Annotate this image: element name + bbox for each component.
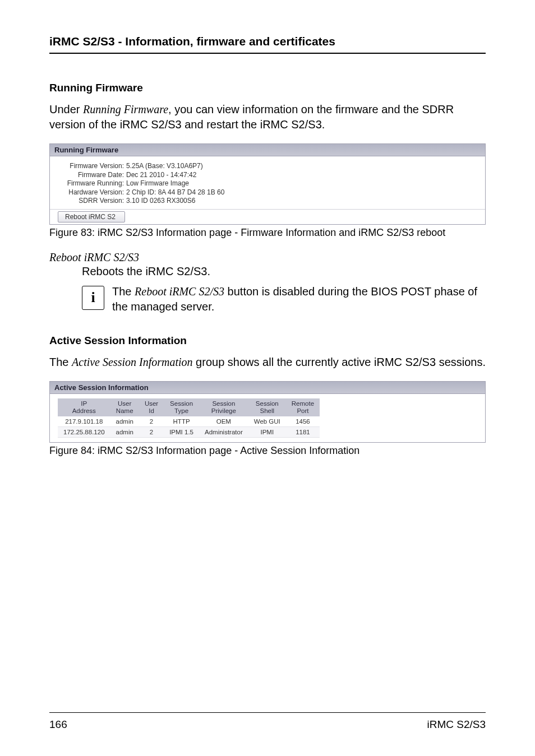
col-user-name: UserName [110, 398, 139, 416]
hardware-version-row: Hardware Version: 2 Chip ID: 8A 44 B7 D4… [59, 188, 482, 197]
field-value: 3.10 ID 0263 RX300S6 [126, 197, 195, 206]
cell-session-type: IPMI 1.5 [164, 427, 199, 438]
figure-84-caption: Figure 84: iRMC S2/S3 Information page -… [49, 445, 486, 457]
firmware-date-row: Firmware Date: Dec 21 2010 - 14:47:42 [59, 171, 482, 180]
firmware-running-row: Firmware Running: Low Firmware Image [59, 179, 482, 188]
figure-83-caption: Figure 83: iRMC S2/S3 Information page -… [49, 227, 486, 239]
sdrr-version-row: SDRR Version: 3.10 ID 0263 RX300S6 [59, 197, 482, 206]
info-glyph: i [91, 290, 95, 305]
text-fragment: Under [49, 103, 83, 115]
section-heading-active-session: Active Session Information [49, 335, 486, 347]
col-ip-address: IPAddress [58, 398, 110, 416]
running-firmware-panel: Running Firmware Firmware Version: 5.25A… [49, 143, 486, 225]
cell-user-id: 2 [139, 427, 164, 438]
table-header-row: IPAddress UserName UserId SessionType Se… [58, 398, 320, 416]
active-session-table: IPAddress UserName UserId SessionType Se… [58, 398, 320, 438]
table-row: 172.25.88.120 admin 2 IPMI 1.5 Administr… [58, 427, 320, 438]
running-firmware-panel-title: Running Firmware [50, 144, 485, 156]
reboot-definition: Reboots the iRMC S2/S3. [82, 264, 486, 279]
firmware-version-row: Firmware Version: 5.25A (Base: V3.10A6P7… [59, 162, 482, 171]
cell-user-id: 2 [139, 416, 164, 427]
cell-session-shell: IPMI [248, 427, 286, 438]
field-label: SDRR Version: [59, 197, 126, 206]
active-session-intro: The Active Session Information group sho… [49, 355, 486, 370]
cell-remote-port: 1456 [286, 416, 320, 427]
text-italic: Running Firmware [83, 103, 168, 115]
col-remote-port: RemotePort [286, 398, 320, 416]
page-number: 166 [49, 718, 67, 731]
cell-remote-port: 1181 [286, 427, 320, 438]
field-label: Hardware Version: [59, 188, 126, 197]
info-icon: i [82, 286, 104, 310]
field-value: 5.25A (Base: V3.10A6P7) [126, 162, 203, 171]
running-firmware-button-row: Reboot iRMC S2 [50, 209, 485, 224]
col-user-id: UserId [139, 398, 164, 416]
cell-user-name: admin [110, 416, 139, 427]
active-session-panel-body: IPAddress UserName UserId SessionType Se… [50, 394, 485, 442]
text-fragment: group shows all the currently active iRM… [193, 356, 486, 368]
cell-session-privilege: OEM [199, 416, 248, 427]
running-firmware-panel-body: Firmware Version: 5.25A (Base: V3.10A6P7… [50, 156, 485, 209]
reboot-irmc-button[interactable]: Reboot iRMC S2 [58, 211, 125, 222]
footer-product: iRMC S2/S3 [427, 718, 486, 731]
reboot-term: Reboot iRMC S2/S3 [49, 251, 486, 264]
text-italic: Active Session Information [72, 356, 193, 368]
col-session-shell: SessionShell [248, 398, 286, 416]
text-fragment: The [112, 285, 135, 298]
text-fragment: The [49, 356, 72, 368]
field-label: Firmware Version: [59, 162, 126, 171]
field-label: Firmware Running: [59, 179, 126, 188]
cell-session-privilege: Administrator [199, 427, 248, 438]
cell-user-name: admin [110, 427, 139, 438]
field-label: Firmware Date: [59, 171, 126, 180]
active-session-panel: Active Session Information IPAddress Use… [49, 381, 486, 443]
field-value: Dec 21 2010 - 14:47:42 [126, 171, 196, 180]
cell-session-shell: Web GUI [248, 416, 286, 427]
field-value: 2 Chip ID: 8A 44 B7 D4 28 1B 60 [126, 188, 224, 197]
page-header: iRMC S2/S3 - Information, firmware and c… [49, 35, 486, 54]
col-session-type: SessionType [164, 398, 199, 416]
section-heading-running-firmware: Running Firmware [49, 82, 486, 94]
field-value: Low Firmware Image [126, 179, 189, 188]
page-footer: 166 iRMC S2/S3 [49, 712, 486, 731]
cell-ip: 217.9.101.18 [58, 416, 110, 427]
col-session-privilege: SessionPrivilege [199, 398, 248, 416]
text-italic: Reboot iRMC S2/S3 [135, 285, 224, 298]
table-row: 217.9.101.18 admin 2 HTTP OEM Web GUI 14… [58, 416, 320, 427]
info-note-text: The Reboot iRMC S2/S3 button is disabled… [112, 284, 486, 314]
cell-session-type: HTTP [164, 416, 199, 427]
active-session-panel-title: Active Session Information [50, 382, 485, 394]
cell-ip: 172.25.88.120 [58, 427, 110, 438]
info-note: i The Reboot iRMC S2/S3 button is disabl… [82, 284, 486, 314]
running-firmware-intro: Under Running Firmware, you can view inf… [49, 102, 486, 132]
